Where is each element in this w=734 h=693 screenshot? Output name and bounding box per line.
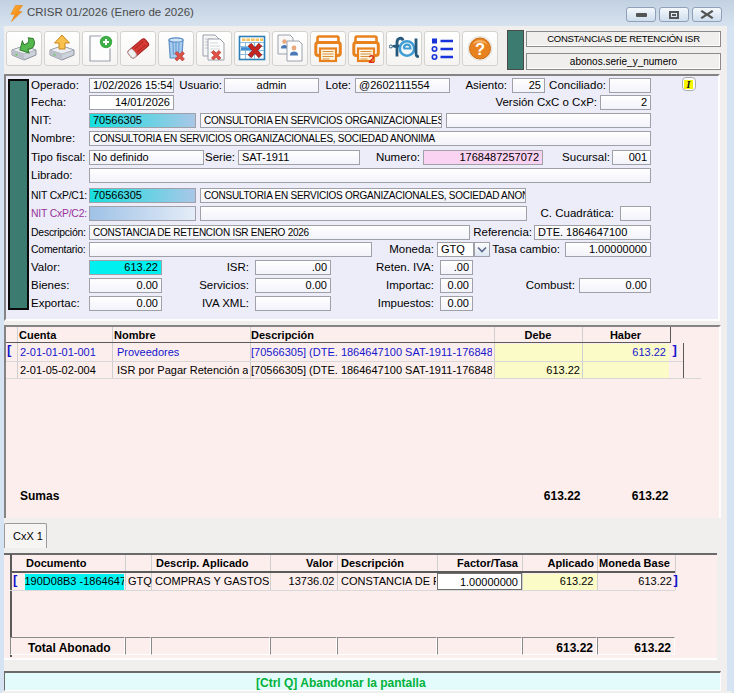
svg-text:2: 2 [369, 53, 375, 65]
svg-text:?: ? [475, 40, 485, 58]
